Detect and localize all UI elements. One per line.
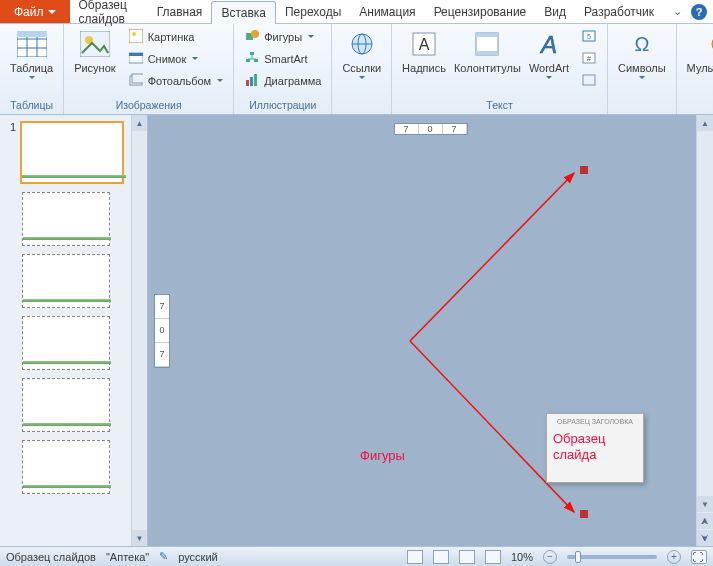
view-normal-button[interactable] [407,550,423,564]
status-mode: Образец слайдов [6,551,96,563]
view-sorter-button[interactable] [433,550,449,564]
svg-rect-31 [476,51,498,55]
prev-slide-button[interactable]: ⮝ [697,513,713,529]
dropdown-icon [29,76,35,79]
object-icon [581,72,597,88]
next-slide-button[interactable]: ⮟ [697,530,713,546]
photoalbum-button[interactable]: Фотоальбом [124,70,228,90]
file-tab-label: Файл [14,5,44,19]
dropdown-icon [546,76,552,79]
layout-thumbnail[interactable] [22,192,110,246]
picture-icon [79,28,111,60]
headerfooter-icon [471,28,503,60]
minimize-ribbon-button[interactable]: ⌄ [669,4,685,20]
ribbon: Таблица Таблицы Рисунок Картинка Сни [0,24,713,115]
layout-thumbnail[interactable] [22,316,110,370]
shapes-button[interactable]: Фигуры [240,26,325,46]
slide-master-sample[interactable]: ОБРАЗЕЦ ЗАГОЛОВКА Образец слайда [546,413,644,483]
status-theme: "Аптека" [106,551,149,563]
tab-insert[interactable]: Вставка [211,1,276,24]
tab-strip: Файл Образец слайдов Главная Вставка Пер… [0,0,713,24]
group-label-illustrations: Иллюстрации [240,97,325,114]
group-media: Мультимедиа [677,24,713,114]
wordart-icon: A [533,28,565,60]
layout-thumbnail[interactable] [22,254,110,308]
help-button[interactable]: ? [691,4,707,20]
group-tables: Таблица Таблицы [0,24,64,114]
chart-icon [244,72,260,88]
zoom-level[interactable]: 10% [511,551,533,563]
svg-rect-5 [17,31,47,37]
thumbnail-scrollbar[interactable]: ▲▼ [131,115,147,546]
zoom-in-button[interactable]: + [667,550,681,564]
file-tab[interactable]: Файл [0,0,70,23]
chart-button[interactable]: Диаграмма [240,70,325,90]
svg-text:Ω: Ω [634,33,649,55]
editor-vertical-scrollbar[interactable]: ▲▼ ⮝ ⮟ [696,115,713,546]
master-thumbnail[interactable] [20,121,124,184]
svg-rect-16 [250,52,254,55]
table-icon [16,28,48,60]
group-label-tables: Таблицы [6,97,57,114]
tab-developer[interactable]: Разработчик [575,0,663,23]
tab-view[interactable]: Вид [535,0,575,23]
view-reading-button[interactable] [459,550,475,564]
group-links: Ссылки [332,24,392,114]
svg-text:#: # [587,55,591,62]
dropdown-icon [217,79,223,82]
shape-marker[interactable] [580,510,588,518]
screenshot-icon [128,50,144,66]
screenshot-button[interactable]: Снимок [124,48,228,68]
annotation-label: Фигуры [360,448,405,463]
status-language[interactable]: русский [178,551,217,563]
slide-editor[interactable]: 7 0 7 7 0 7 Фигуры ОБРАЗЕЦ ЗАГОЛОВКА Обр… [148,115,713,546]
tab-home[interactable]: Главная [148,0,212,23]
links-button[interactable]: Ссылки [338,26,385,81]
object-button[interactable] [577,70,601,90]
links-icon [346,28,378,60]
tab-slide-master[interactable]: Образец слайдов [70,0,148,23]
media-button[interactable]: Мультимедиа [683,26,713,81]
clipart-icon [128,28,144,44]
picture-button[interactable]: Рисунок [70,26,120,76]
table-button[interactable]: Таблица [6,26,57,81]
svg-text:5: 5 [587,33,591,40]
fit-window-button[interactable]: ⛶ [691,550,707,564]
svg-rect-37 [583,75,595,85]
clipart-button[interactable]: Картинка [124,26,228,46]
svg-rect-8 [129,29,143,43]
dropdown-icon [192,57,198,60]
tab-animations[interactable]: Анимация [350,0,424,23]
shapes-icon [244,28,260,44]
layout-thumbnail[interactable] [22,440,110,494]
slidenumber-icon: # [581,50,597,66]
tab-review[interactable]: Рецензирование [425,0,536,23]
shape-marker[interactable] [580,166,588,174]
symbols-button[interactable]: Ω Символы [614,26,670,81]
dropdown-icon [639,76,645,79]
horizontal-ruler: 7 0 7 [394,123,468,135]
slidenumber-button[interactable]: # [577,48,601,68]
view-slideshow-button[interactable] [485,550,501,564]
dropdown-icon [308,35,314,38]
wordart-button[interactable]: A WordArt [525,26,573,81]
sample-header: ОБРАЗЕЦ ЗАГОЛОВКА [547,418,643,425]
zoom-slider[interactable] [567,555,657,559]
zoom-out-button[interactable]: − [543,550,557,564]
tab-transitions[interactable]: Переходы [276,0,350,23]
svg-rect-13 [132,74,143,83]
smartart-button[interactable]: SmartArt [240,48,325,68]
layout-thumbnail[interactable] [22,378,110,432]
symbols-icon: Ω [626,28,658,60]
datetime-button[interactable]: 5 [577,26,601,46]
textbox-button[interactable]: A Надпись [398,26,450,76]
sample-title: Образец слайда [547,431,643,462]
spellcheck-icon[interactable]: ✎ [159,550,168,563]
group-illustrations: Фигуры SmartArt Диаграмма Иллюстрации [234,24,332,114]
headerfooter-button[interactable]: Колонтитулы [450,26,525,76]
group-text: A Надпись Колонтитулы A WordArt 5 # Текс… [392,24,608,114]
dropdown-icon [359,76,365,79]
thumbnail-panel: 1 ▲▼ [0,115,148,546]
group-label-images: Изображения [70,97,227,114]
svg-rect-30 [476,33,498,37]
